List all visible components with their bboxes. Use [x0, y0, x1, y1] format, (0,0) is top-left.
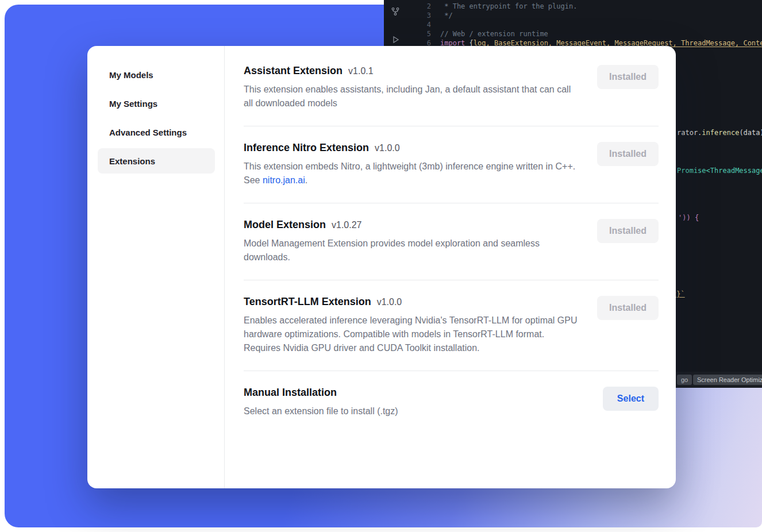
extension-description: This extension embeds Nitro, a lightweig…: [244, 160, 580, 187]
extension-row: Model Extension v1.0.27 Model Management…: [244, 203, 659, 280]
sidebar-item-extensions[interactable]: Extensions: [98, 148, 215, 174]
installed-button: Installed: [597, 142, 659, 166]
extension-description: This extension enables assistants, inclu…: [244, 83, 580, 110]
code-comment: * The entrypoint for the plugin.: [440, 2, 577, 11]
sidebar-item-my-models[interactable]: My Models: [98, 62, 215, 87]
extensions-panel: Assistant Extension v1.0.1 This extensio…: [225, 46, 676, 488]
extension-version: v1.0.0: [377, 297, 402, 307]
line-number: 4: [418, 20, 431, 29]
extension-name: Inference Nitro Extension: [244, 142, 369, 154]
code-comment: */: [440, 11, 453, 20]
code-comment: // Web / extension runtime: [440, 29, 548, 38]
code-fragment: Promise<ThreadMessage>: [677, 167, 762, 175]
extension-version: v1.0.27: [332, 220, 361, 230]
status-chip: go: [677, 375, 692, 385]
settings-modal: My Models My Settings Advanced Settings …: [87, 46, 676, 488]
select-file-button[interactable]: Select: [603, 387, 659, 411]
extension-row: Inference Nitro Extension v1.0.0 This ex…: [244, 126, 659, 203]
manual-installation-title: Manual Installation: [244, 387, 337, 399]
installed-button: Installed: [597, 219, 659, 243]
sidebar-item-advanced-settings[interactable]: Advanced Settings: [98, 119, 215, 145]
installed-button: Installed: [597, 296, 659, 320]
code-lines: 2 * The entrypoint for the plugin. 3 */ …: [418, 2, 762, 48]
manual-installation-description: Select an extension file to install (.tg…: [244, 404, 580, 418]
extension-row: Assistant Extension v1.0.1 This extensio…: [244, 46, 659, 126]
screen-reader-chip: Screen Reader Optimize: [693, 375, 762, 385]
extension-row: TensortRT-LLM Extension v1.0.0 Enables a…: [244, 280, 659, 371]
code-fragment: ')) {: [678, 214, 699, 222]
line-number: 2: [418, 2, 431, 11]
extension-name: TensortRT-LLM Extension: [244, 296, 371, 308]
extension-name: Assistant Extension: [244, 65, 342, 77]
manual-installation-row: Manual Installation Select an extension …: [244, 371, 659, 434]
editor-icon-bar: [391, 7, 400, 46]
extension-name: Model Extension: [244, 219, 326, 231]
extension-version: v1.0.0: [375, 143, 400, 153]
extension-version: v1.0.1: [348, 66, 374, 76]
line-number: 5: [418, 29, 431, 38]
play-icon: [391, 35, 400, 46]
code-fragment: rator.inference(data));: [677, 129, 762, 137]
settings-sidebar: My Models My Settings Advanced Settings …: [87, 46, 225, 488]
nitro-link[interactable]: nitro.jan.ai: [263, 175, 305, 185]
fork-icon: [391, 7, 400, 18]
installed-button: Installed: [597, 65, 659, 89]
extension-description: Model Management Extension provides mode…: [244, 237, 580, 264]
line-number: 3: [418, 11, 431, 20]
sidebar-item-my-settings[interactable]: My Settings: [98, 91, 215, 116]
extension-description: Enables accelerated inference leveraging…: [244, 314, 580, 355]
